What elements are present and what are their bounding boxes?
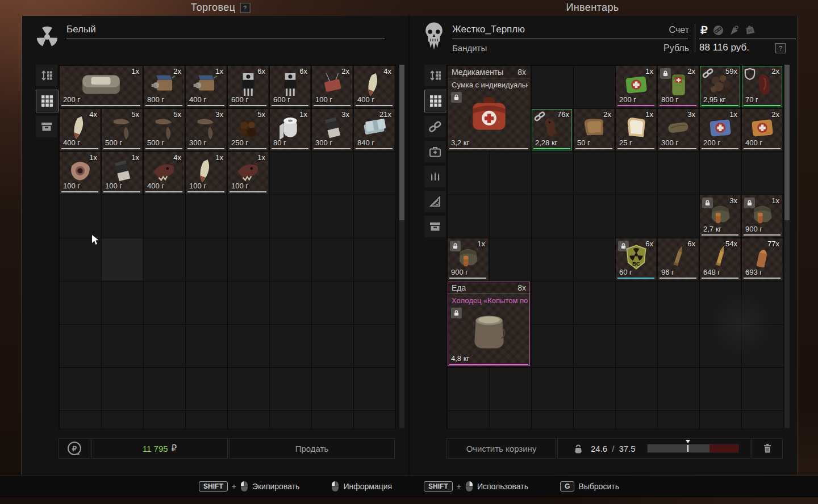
item-transistor[interactable]: 6x600 г — [270, 66, 310, 107]
item-weight: 200 г — [703, 138, 720, 147]
clear-cart-label: Очистить корзину — [466, 444, 537, 453]
item-paper[interactable]: 1x80 г — [270, 109, 310, 150]
item-soap[interactable]: 3x300 г — [658, 109, 698, 150]
item-money[interactable]: 21x840 г — [354, 109, 394, 150]
trader-help-button[interactable]: ? — [240, 3, 250, 13]
item-quantity: 4x — [173, 153, 181, 162]
weight-section: 24.6 / 37.5 — [557, 438, 750, 459]
lock-icon — [451, 92, 462, 103]
item-flesh[interactable]: 2x70 г — [742, 66, 782, 107]
chain-link-icon — [702, 68, 713, 79]
trash-button[interactable] — [752, 438, 783, 459]
item-quantity: 76x — [557, 110, 569, 119]
item-medkit-blue[interactable]: 1x200 г — [700, 109, 740, 150]
item-bullet-rifle[interactable]: 6x96 г — [658, 238, 698, 280]
item-motor[interactable]: 1x400 г — [186, 66, 226, 107]
item-weight: 400 г — [357, 95, 374, 104]
inventory-tab-ruler[interactable] — [424, 191, 446, 212]
item-condition-bar — [660, 105, 696, 106]
balance-help-button[interactable]: ? — [775, 43, 786, 53]
artifact-pin-icon[interactable] — [729, 25, 740, 36]
item-quantity: 1x — [131, 153, 139, 162]
trader-scrollbar-thumb[interactable] — [399, 65, 404, 220]
canteen-icon — [461, 307, 517, 354]
clear-cart-button[interactable]: Очистить корзину — [446, 438, 556, 459]
inventory-tab-grid3[interactable] — [424, 90, 447, 112]
item-rad-badge[interactable]: 6xВС60 г — [616, 238, 656, 280]
item-condition-bar — [229, 105, 266, 106]
item-weight: 70 г — [745, 95, 758, 104]
weight-slider-marker[interactable] — [687, 445, 688, 452]
item-condition-bar — [314, 148, 350, 149]
item-condition-bar — [61, 148, 98, 149]
item-eye[interactable]: 1x100 г — [60, 152, 100, 194]
item-claw[interactable]: 1x100 г — [186, 152, 226, 194]
medcase-icon — [428, 145, 442, 158]
sell-button[interactable]: Продать — [229, 438, 395, 459]
item-pouch-green[interactable]: 2x800 г — [658, 66, 698, 107]
item-condition-bar — [229, 148, 266, 149]
item-bread-dark[interactable]: 2x50 г — [574, 109, 614, 150]
hotkey-group-4: GВыбросить — [560, 481, 619, 492]
item-claw[interactable]: 4x400 г — [354, 66, 394, 107]
trader-scrollbar[interactable] — [399, 65, 404, 428]
group-quantity: 8x — [517, 68, 526, 77]
item-capacitor[interactable]: 2x100 г — [312, 66, 352, 107]
item-tin[interactable]: 1x200 г — [60, 66, 142, 107]
item-bullet-pistol[interactable]: 77x693 г — [742, 238, 782, 280]
item-canteen[interactable]: Еда8xХолодец «Копытом по л..4,8 кг — [448, 282, 530, 366]
item-rat[interactable]: 4x400 г — [144, 152, 184, 194]
item-condition-bar — [449, 278, 486, 279]
item-bread-white[interactable]: 1x25 г — [616, 109, 656, 150]
item-rocks[interactable]: 59x2,95 кг — [700, 66, 740, 107]
item-quantity: 5x — [131, 110, 139, 119]
item-ammo-pouch[interactable]: 1x900 г — [448, 238, 488, 280]
inventory-tab-ammo[interactable] — [424, 166, 446, 187]
weight-slider[interactable] — [647, 444, 739, 453]
item-cigs[interactable]: 3x300 г — [312, 109, 352, 150]
item-medkit-orange[interactable]: 2x400 г — [742, 109, 782, 150]
item-quantity: 1x — [645, 110, 653, 119]
item-rat[interactable]: 1x100 г — [228, 152, 268, 194]
item-horns[interactable]: 3x300 г — [186, 109, 226, 150]
inventory-tab-box[interactable] — [424, 216, 446, 237]
inventory-tab-medcase[interactable] — [424, 141, 446, 162]
trader-bottom-bar: ₽ 11 795 ₽ Продать — [59, 438, 395, 459]
item-claw[interactable]: 4x400 г — [60, 109, 100, 150]
item-motor[interactable]: 2x800 г — [144, 66, 184, 107]
grid3-icon — [429, 94, 443, 108]
item-ammo-pouch[interactable]: 3x2,7 кг — [700, 195, 740, 237]
item-condition-bar — [449, 148, 528, 149]
shield-icon — [744, 68, 756, 79]
ruble-sign-icon[interactable]: ₽ — [700, 23, 708, 37]
item-ammo-pouch[interactable]: 1x900 г — [742, 195, 782, 237]
inventory-scrollbar[interactable] — [784, 65, 790, 428]
inventory-scrollbar-thumb[interactable] — [784, 65, 790, 220]
trader-tab-box[interactable] — [36, 116, 57, 137]
item-name: Сумка с индивидуальны.. — [452, 81, 528, 89]
coin-link-icon[interactable] — [713, 25, 724, 36]
link-icon — [428, 120, 442, 133]
item-quantity: 2x — [341, 67, 349, 75]
item-bullet-rifle2[interactable]: 54x648 г — [700, 238, 740, 280]
item-medbag[interactable]: Медикаменты8xСумка с индивидуальны..3,2 … — [448, 66, 530, 150]
sc-card-icon[interactable]: SC — [745, 25, 756, 36]
inventory-tab-link[interactable] — [424, 116, 446, 137]
chain-link-icon — [534, 111, 545, 122]
sort-icon — [40, 69, 53, 82]
item-weight: 200 г — [63, 95, 80, 104]
item-carcass[interactable]: 76x2,28 кг — [532, 109, 572, 150]
weight-divider: / — [612, 444, 614, 453]
currency-exchange-button[interactable]: ₽ — [59, 438, 90, 459]
item-cigs[interactable]: 1x100 г — [102, 152, 142, 194]
item-transistor[interactable]: 6x600 г — [228, 66, 268, 107]
item-medkit-green[interactable]: 1x200 г — [616, 66, 656, 107]
item-fur[interactable]: 5x250 г — [228, 109, 268, 150]
lock-icon — [702, 198, 713, 208]
trader-tab-sort[interactable] — [36, 65, 57, 86]
item-horns[interactable]: 5x500 г — [102, 109, 142, 150]
inventory-filter-tabs — [424, 65, 447, 241]
trader-tab-grid3[interactable] — [36, 90, 59, 112]
inventory-tab-sort[interactable] — [424, 65, 446, 86]
item-horns[interactable]: 5x500 г — [144, 109, 184, 150]
